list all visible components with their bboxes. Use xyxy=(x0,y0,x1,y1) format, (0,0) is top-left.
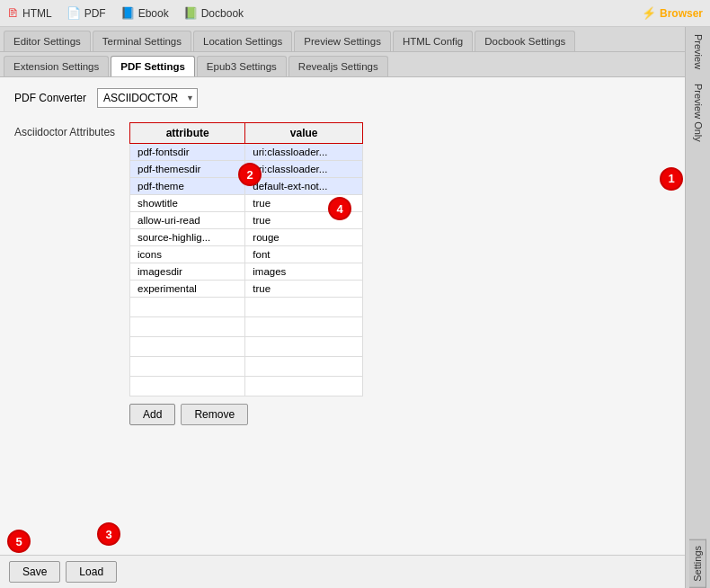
panel-wrap: 2 4 3 5 PDF Converter ASCIIDOCTOR xyxy=(0,77,685,588)
value-cell[interactable]: default-ext-not... xyxy=(245,178,363,195)
docbook-toolbar-item[interactable]: 📗 Docbook xyxy=(183,6,244,20)
converter-label: PDF Converter xyxy=(14,92,86,104)
annotation-3: 3 xyxy=(97,522,120,546)
tab-row-1: Editor Settings Terminal Settings Locati… xyxy=(0,27,685,52)
preview-label[interactable]: Preview xyxy=(691,27,706,76)
converter-select[interactable]: ASCIIDOCTOR xyxy=(97,88,198,108)
html-label: HTML xyxy=(22,7,52,20)
attributes-section-label: Asciidoctor Attributes xyxy=(14,122,115,425)
right-sidebar: Preview Preview Only 1 Settings xyxy=(685,27,710,588)
tab-epub3-settings[interactable]: Epub3 Settings xyxy=(197,56,287,76)
empty-cell[interactable] xyxy=(245,377,363,396)
remove-button[interactable]: Remove xyxy=(181,404,248,425)
attr-cell[interactable]: source-highlig... xyxy=(130,229,245,246)
attr-cell[interactable]: pdf-theme xyxy=(130,178,245,195)
attr-cell[interactable]: imagesdir xyxy=(130,263,245,281)
settings-tab[interactable]: Settings xyxy=(689,539,706,588)
value-cell[interactable]: images xyxy=(245,263,363,281)
value-cell[interactable]: uri:classloader... xyxy=(245,161,363,178)
tab-pdf-settings[interactable]: PDF Settings xyxy=(111,56,195,76)
attributes-right: attribute value pdf-fontsdir uri:classlo… xyxy=(129,122,670,425)
annotation-2: 2 xyxy=(238,163,262,186)
main-area: Editor Settings Terminal Settings Locati… xyxy=(0,27,710,588)
tab-row-2: Extension Settings PDF Settings Epub3 Se… xyxy=(0,52,685,77)
annotation-1: 1 xyxy=(660,167,683,191)
empty-cell[interactable] xyxy=(245,337,363,357)
load-button[interactable]: Load xyxy=(66,561,117,583)
attr-cell[interactable]: experimental xyxy=(130,281,245,298)
ebook-icon: 📘 xyxy=(120,6,135,20)
docbook-icon: 📗 xyxy=(183,6,198,20)
empty-cell[interactable] xyxy=(245,298,363,317)
table-row[interactable]: imagesdir images xyxy=(130,263,363,281)
table-row[interactable]: allow-uri-read true xyxy=(130,212,363,229)
attr-cell[interactable]: pdf-fontsdir xyxy=(130,144,245,161)
tab-terminal-settings[interactable]: Terminal Settings xyxy=(93,31,191,51)
value-cell[interactable]: uri:classloader... xyxy=(245,144,363,161)
converter-row: PDF Converter ASCIIDOCTOR xyxy=(14,88,670,108)
docbook-label: Docbook xyxy=(201,7,244,20)
attr-cell[interactable]: icons xyxy=(130,246,245,263)
empty-cell[interactable] xyxy=(245,357,363,377)
center-content: Editor Settings Terminal Settings Locati… xyxy=(0,27,685,588)
empty-cell[interactable] xyxy=(130,298,245,317)
attr-cell[interactable]: pdf-themesdir xyxy=(130,161,245,178)
attr-cell[interactable]: showtitle xyxy=(130,195,245,212)
table-row-empty[interactable] xyxy=(130,317,363,337)
empty-cell[interactable] xyxy=(245,317,363,337)
ebook-label: Ebook xyxy=(138,7,169,20)
pdf-settings-panel: 2 4 3 5 PDF Converter ASCIIDOCTOR xyxy=(0,77,685,555)
value-cell[interactable]: font xyxy=(245,246,363,263)
table-row[interactable]: experimental true xyxy=(130,281,363,298)
empty-cell[interactable] xyxy=(130,377,245,396)
bottom-bar: Save Load xyxy=(0,555,685,588)
html-icon: 🖹 xyxy=(7,6,19,20)
table-row-empty[interactable] xyxy=(130,377,363,396)
empty-cell[interactable] xyxy=(130,337,245,357)
attributes-section: Asciidoctor Attributes attribute value xyxy=(14,122,670,425)
table-row[interactable]: source-highlig... rouge xyxy=(130,229,363,246)
preview-only-label[interactable]: Preview Only xyxy=(691,76,706,149)
tab-html-config[interactable]: HTML Config xyxy=(393,31,473,51)
tab-editor-settings[interactable]: Editor Settings xyxy=(4,31,91,51)
col-header-value: value xyxy=(245,123,363,144)
pdf-label: PDF xyxy=(84,7,106,20)
table-row-empty[interactable] xyxy=(130,337,363,357)
pdf-toolbar-item[interactable]: 📄 PDF xyxy=(67,6,106,20)
table-row-empty[interactable] xyxy=(130,298,363,317)
tab-revealjs-settings[interactable]: Revealjs Settings xyxy=(288,56,388,76)
table-row[interactable]: icons font xyxy=(130,246,363,263)
empty-cell[interactable] xyxy=(130,357,245,377)
browser-label: Browser xyxy=(660,7,703,20)
tab-location-settings[interactable]: Location Settings xyxy=(193,31,292,51)
ebook-toolbar-item[interactable]: 📘 Ebook xyxy=(120,6,169,20)
value-cell[interactable]: true xyxy=(245,281,363,298)
add-remove-buttons: Add Remove xyxy=(129,404,670,425)
annotation-4: 4 xyxy=(328,197,351,220)
tab-docbook-settings[interactable]: Docbook Settings xyxy=(475,31,575,51)
value-cell[interactable]: rouge xyxy=(245,229,363,246)
lightning-icon: ⚡ xyxy=(642,6,656,20)
top-toolbar: 🖹 HTML 📄 PDF 📘 Ebook 📗 Docbook ⚡ Browser xyxy=(0,0,710,27)
html-toolbar-item[interactable]: 🖹 HTML xyxy=(7,6,52,20)
tab-preview-settings[interactable]: Preview Settings xyxy=(294,31,391,51)
table-row[interactable]: pdf-fontsdir uri:classloader... xyxy=(130,144,363,161)
attr-cell[interactable]: allow-uri-read xyxy=(130,212,245,229)
converter-select-wrapper[interactable]: ASCIIDOCTOR xyxy=(97,88,198,108)
empty-cell[interactable] xyxy=(130,317,245,337)
table-row-empty[interactable] xyxy=(130,357,363,377)
browser-toolbar-item[interactable]: ⚡ Browser xyxy=(642,6,703,20)
pdf-icon: 📄 xyxy=(67,6,81,20)
annotation-5: 5 xyxy=(7,530,31,553)
col-header-attribute: attribute xyxy=(130,123,245,144)
add-button[interactable]: Add xyxy=(129,404,175,425)
tab-extension-settings[interactable]: Extension Settings xyxy=(4,56,109,76)
save-button[interactable]: Save xyxy=(9,561,60,583)
